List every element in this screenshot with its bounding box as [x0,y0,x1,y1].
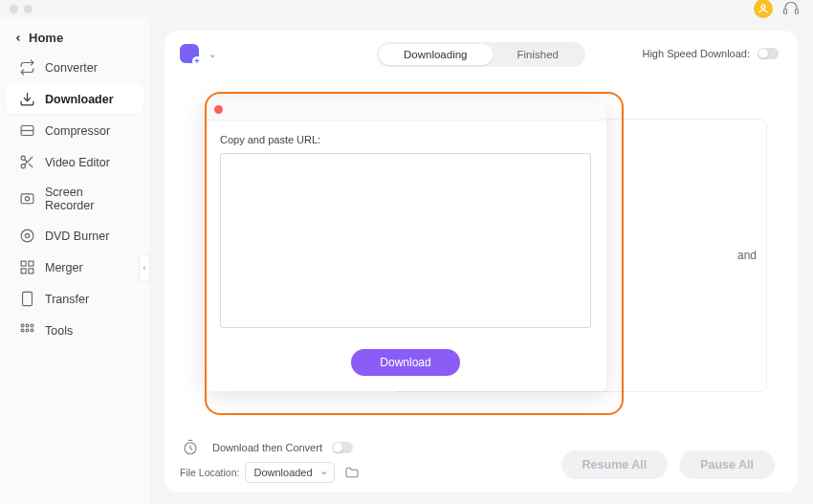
download-button[interactable]: Download [351,349,459,376]
sidebar-item-dvd-burner[interactable]: DVD Burner [6,221,143,251]
svg-rect-2 [796,10,799,14]
dialog-close-button[interactable] [214,105,223,114]
file-location-select[interactable]: Downloaded [245,462,334,483]
transfer-icon [19,291,35,307]
open-folder-button[interactable] [344,465,360,480]
sidebar-item-label: Converter [45,61,98,75]
svg-point-12 [25,196,29,200]
sidebar-home[interactable]: Home [0,25,149,51]
sidebar-item-label: Transfer [45,293,89,306]
sidebar-item-tools[interactable]: Tools [6,316,143,345]
screen-recorder-icon [19,191,35,208]
folder-icon [344,465,360,480]
svg-rect-11 [21,193,33,203]
svg-point-23 [31,324,33,327]
svg-point-7 [21,164,25,168]
svg-rect-16 [29,261,33,266]
svg-rect-1 [784,10,787,14]
drop-hint-fragment: and [737,249,757,262]
chevron-left-icon: ‹ [143,263,146,273]
svg-point-14 [25,233,29,237]
scissors-icon [19,154,35,170]
tools-icon [19,322,35,339]
high-speed-label: High Speed Download: [642,48,750,59]
add-url-icon[interactable] [180,44,199,63]
sidebar-item-label: DVD Burner [45,230,109,243]
sidebar-item-label: Tools [45,324,73,338]
converter-icon [19,59,35,76]
downloader-icon [19,91,35,107]
svg-point-13 [21,230,33,242]
sidebar-item-video-editor[interactable]: Video Editor [6,147,143,177]
tab-segment: Downloading Finished [377,42,585,67]
dialog-label: Copy and paste URL: [220,134,591,145]
url-textarea[interactable] [220,153,591,328]
svg-point-26 [31,329,33,332]
sidebar-item-label: Compressor [45,124,110,138]
sidebar-item-downloader[interactable]: Downloader [6,84,143,114]
chevron-left-icon [13,33,23,43]
pause-all-button[interactable]: Pause All [679,450,775,479]
high-speed-toggle[interactable] [758,48,779,59]
svg-point-22 [26,324,29,327]
svg-point-25 [26,329,29,332]
clock-icon [182,439,199,456]
add-url-dropdown[interactable]: ⌄ [209,49,216,59]
sidebar-item-screen-recorder[interactable]: Screen Recorder [6,179,143,219]
user-icon [758,3,769,14]
user-avatar[interactable] [754,0,773,18]
svg-line-9 [29,164,33,167]
convert-after-label: Download then Convert [212,442,322,453]
svg-point-21 [21,324,24,327]
support-button[interactable] [782,0,800,17]
svg-rect-18 [29,269,33,274]
compressor-icon [19,122,35,139]
sidebar-item-label: Downloader [45,93,114,106]
dialog-titlebar [205,99,606,121]
svg-point-24 [21,329,24,332]
sidebar-item-merger[interactable]: Merger [6,252,143,282]
tab-finished[interactable]: Finished [493,44,583,65]
sidebar-item-label: Merger [45,261,83,274]
sidebar: Home Converter Downloader Compressor Vid… [0,17,149,504]
resume-all-button[interactable]: Resume All [561,450,669,479]
sidebar-item-compressor[interactable]: Compressor [6,116,143,145]
convert-after-toggle[interactable] [332,442,353,453]
merger-icon [19,259,35,275]
paste-url-dialog: Copy and paste URL: Download [205,99,606,391]
file-location-value: Downloaded [253,467,312,478]
sidebar-item-converter[interactable]: Converter [6,53,143,82]
traffic-light-min[interactable] [24,5,33,13]
svg-point-6 [21,156,25,160]
svg-rect-17 [21,269,26,274]
svg-rect-19 [23,292,33,305]
traffic-light-close[interactable] [10,5,18,13]
sidebar-item-transfer[interactable]: Transfer [6,284,143,314]
main-card: ⌄ Downloading Finished High Speed Downlo… [165,31,798,493]
disc-icon [19,228,35,244]
tab-downloading[interactable]: Downloading [379,44,493,65]
svg-point-0 [761,5,765,9]
sidebar-home-label: Home [29,31,63,45]
sidebar-item-label: Screen Recorder [45,186,130,212]
svg-line-10 [25,160,28,163]
headset-icon [782,0,800,17]
file-location-label: File Location: [180,467,239,478]
window-titlebar [0,0,813,17]
svg-rect-15 [21,261,26,266]
sidebar-item-label: Video Editor [45,156,110,169]
